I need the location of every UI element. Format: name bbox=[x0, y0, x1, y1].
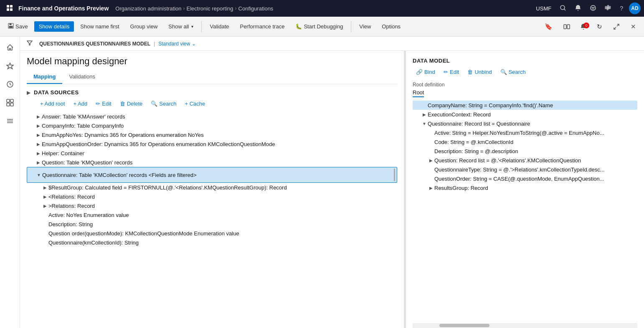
ds-delete-button[interactable]: 🗑 Delete bbox=[117, 99, 146, 108]
dm-tree-item-companyname[interactable]: ▶ CompanyName: String = CompanyInfo.'fin… bbox=[413, 101, 637, 110]
tree-item-active[interactable]: ▶ Active: NoYes Enumeration value bbox=[27, 210, 397, 220]
bell-icon[interactable] bbox=[572, 3, 584, 14]
tree-item-enumappnoyes[interactable]: ▶ EnumAppNoYes: Dynamics 365 for Operati… bbox=[27, 130, 397, 139]
svg-point-7 bbox=[592, 7, 593, 8]
ds-toggle-icon[interactable]: ▶ bbox=[27, 90, 30, 96]
show-details-button[interactable]: Show details bbox=[34, 21, 74, 32]
dm-toggle-dm-question[interactable]: ▶ bbox=[428, 157, 434, 164]
breadcrumb-org-admin[interactable]: Organization administration bbox=[115, 5, 181, 12]
performance-trace-button[interactable]: Performance trace bbox=[235, 21, 289, 32]
tree-toggle-gt-relations[interactable]: ▶ bbox=[42, 202, 48, 209]
dm-tree-item-code[interactable]: ▶ Code: String = @.kmCollectionId bbox=[413, 137, 637, 146]
save-button[interactable]: Save bbox=[3, 21, 33, 32]
tree-toggle-enumappnoyes[interactable]: ▶ bbox=[35, 131, 42, 138]
options-button[interactable]: Options bbox=[377, 21, 405, 32]
dm-search-button[interactable]: 🔍 Search bbox=[497, 67, 529, 77]
tree-item-answer[interactable]: ▶ Answer: Table 'KMAnswer' records bbox=[27, 112, 397, 121]
tree-text-enumappquestionorder: EnumAppQuestionOrder: Dynamics 365 for O… bbox=[42, 141, 275, 147]
dm-tree-item-questionorder[interactable]: ▶ QuestionOrder: String = CASE(@.questio… bbox=[413, 174, 637, 183]
sidebar-recent-icon[interactable] bbox=[3, 77, 18, 92]
dm-tree-item-dm-question[interactable]: ▶ Question: Record list = @.'<Relations'… bbox=[413, 156, 637, 165]
sidebar-home-icon[interactable] bbox=[3, 40, 18, 55]
dm-unbind-button[interactable]: 🗑 Unbind bbox=[464, 67, 495, 77]
dm-edit-button[interactable]: ✏ Edit bbox=[440, 67, 462, 77]
dm-tree-item-questionnairetype[interactable]: ▶ QuestionnaireType: String = @.'>Relati… bbox=[413, 165, 637, 174]
search-icon[interactable] bbox=[557, 3, 569, 14]
sidebar-workspace-icon[interactable] bbox=[3, 95, 18, 110]
ds-cache-button[interactable]: + Cache bbox=[181, 99, 208, 108]
tree-text-active: Active: NoYes Enumeration value bbox=[48, 212, 129, 218]
tree-toggle-question[interactable]: ▶ bbox=[35, 159, 42, 166]
tree-item-gt-relations[interactable]: ▶ >Relations: Record bbox=[27, 201, 397, 210]
tree-toggle-companyinfo[interactable]: ▶ bbox=[35, 122, 42, 129]
tree-item-description[interactable]: ▶ Description: String bbox=[27, 220, 397, 229]
tab-validations[interactable]: Validations bbox=[62, 70, 102, 84]
show-all-button[interactable]: Show all ▾ bbox=[164, 21, 198, 32]
tree-toggle-questionnaire[interactable]: ▼ bbox=[35, 172, 42, 178]
tree-item-questionorder[interactable]: ▶ Question order(questionMode): KMCollec… bbox=[27, 229, 397, 238]
svg-rect-12 bbox=[564, 25, 566, 29]
dm-tree-item-resultsgroup[interactable]: ▶ ResultsGroup: Record bbox=[413, 183, 637, 192]
view-dropdown[interactable]: Standard view ⌄ bbox=[158, 41, 196, 47]
smiley-icon[interactable] bbox=[587, 3, 599, 14]
notification-badge[interactable]: 0 bbox=[576, 21, 591, 32]
tree-toggle-answer[interactable]: ▶ bbox=[35, 113, 42, 120]
sidebar-favorites-icon[interactable] bbox=[3, 58, 18, 73]
tree-item-questionnaire-km[interactable]: ▶ Questionnaire(kmCollectionId): String bbox=[27, 238, 397, 247]
dm-tree-item-dm-description[interactable]: ▶ Description: String = @.description bbox=[413, 146, 637, 156]
gear-icon[interactable] bbox=[602, 3, 614, 14]
tree-item-lt-relations[interactable]: ▶ <Relations: Record bbox=[27, 192, 397, 201]
tree-toggle-enumappquestionorder[interactable]: ▶ bbox=[35, 141, 42, 147]
tree-text-helper: Helper: Container bbox=[42, 150, 84, 156]
app-grid-icon[interactable] bbox=[3, 2, 17, 15]
tree-toggle-helper[interactable]: ▶ bbox=[35, 150, 42, 156]
start-debugging-button[interactable]: 🐛 Start Debugging bbox=[291, 21, 347, 32]
tree-toggle-resultgroup[interactable]: ▶ bbox=[42, 184, 48, 191]
dm-text-dm-description: Description: String = @.description bbox=[434, 148, 518, 154]
help-icon[interactable]: ? bbox=[617, 3, 626, 13]
tree-item-resultgroup[interactable]: ▶ $ResultGroup: Calculated field = FIRST… bbox=[27, 183, 397, 192]
breadcrumb-configurations[interactable]: Configurations bbox=[238, 5, 274, 12]
dm-tree-item-active[interactable]: ▶ Active: String = Helper.NoYesEnumToStr… bbox=[413, 128, 637, 137]
tree-item-helper[interactable]: ▶ Helper: Container bbox=[27, 149, 397, 158]
breadcrumb-electronic-reporting[interactable]: Electronic reporting bbox=[187, 5, 233, 12]
sidebar-list-icon[interactable] bbox=[3, 114, 18, 129]
view-button[interactable]: View bbox=[355, 21, 375, 32]
breadcrumb-bar: QUESTIONNAIRES QUESTIONNAIRES MODEL | St… bbox=[20, 37, 644, 51]
dm-toggle-executioncontext[interactable]: ▶ bbox=[421, 111, 428, 118]
ds-edit-button[interactable]: ✏ Edit bbox=[92, 99, 114, 108]
ds-search-button[interactable]: 🔍 Search bbox=[147, 99, 180, 108]
tree-toggle-lt-relations[interactable]: ▶ bbox=[42, 193, 48, 200]
show-name-first-button[interactable]: Show name first bbox=[76, 21, 124, 32]
dm-toggle-questionnaire[interactable]: ▼ bbox=[421, 120, 428, 127]
dm-toggle-resultsgroup[interactable]: ▶ bbox=[428, 184, 434, 191]
maximize-icon[interactable] bbox=[609, 21, 624, 32]
validate-button[interactable]: Validate bbox=[205, 21, 233, 32]
filter-icon[interactable] bbox=[27, 40, 33, 47]
user-avatar[interactable]: AD bbox=[629, 3, 641, 14]
show-details-label: Show details bbox=[39, 23, 70, 30]
dm-bind-button[interactable]: 🔗 Bind bbox=[413, 67, 439, 77]
tab-mapping[interactable]: Mapping bbox=[27, 70, 62, 84]
group-view-button[interactable]: Group view bbox=[126, 21, 162, 32]
left-sidebar bbox=[0, 37, 20, 328]
tree-item-companyinfo[interactable]: ▶ CompanyInfo: Table CompanyInfo bbox=[27, 121, 397, 130]
split-icon[interactable] bbox=[559, 21, 575, 32]
tree-item-enumappquestionorder[interactable]: ▶ EnumAppQuestionOrder: Dynamics 365 for… bbox=[27, 139, 397, 149]
ds-add-button[interactable]: + Add bbox=[70, 99, 91, 108]
svg-rect-20 bbox=[7, 103, 10, 106]
dm-tree-item-questionnaire[interactable]: ▼ Questionnaire: Record list = Questionn… bbox=[413, 119, 637, 128]
tree-text-question: Question: Table 'KMQuestion' records bbox=[42, 159, 132, 166]
ds-add-root-button[interactable]: + Add root bbox=[37, 99, 68, 108]
close-icon[interactable]: ✕ bbox=[626, 21, 641, 33]
refresh-icon[interactable]: ↻ bbox=[592, 21, 607, 33]
view-dropdown-arrow: ⌄ bbox=[192, 41, 196, 47]
dm-tree-item-executioncontext[interactable]: ▶ ExecutionContext: Record bbox=[413, 110, 637, 119]
h-scroll-thumb[interactable] bbox=[439, 324, 489, 327]
tree-item-question[interactable]: ▶ Question: Table 'KMQuestion' records bbox=[27, 158, 397, 167]
tree-item-questionnaire[interactable]: ▼ Questionnaire: Table 'KMCollection' re… bbox=[27, 167, 397, 183]
horizontal-scrollbar[interactable] bbox=[413, 323, 637, 328]
svg-line-5 bbox=[564, 9, 566, 10]
breadcrumb-sep-2: › bbox=[235, 5, 237, 11]
bookmark-icon[interactable]: 🔖 bbox=[540, 21, 557, 33]
